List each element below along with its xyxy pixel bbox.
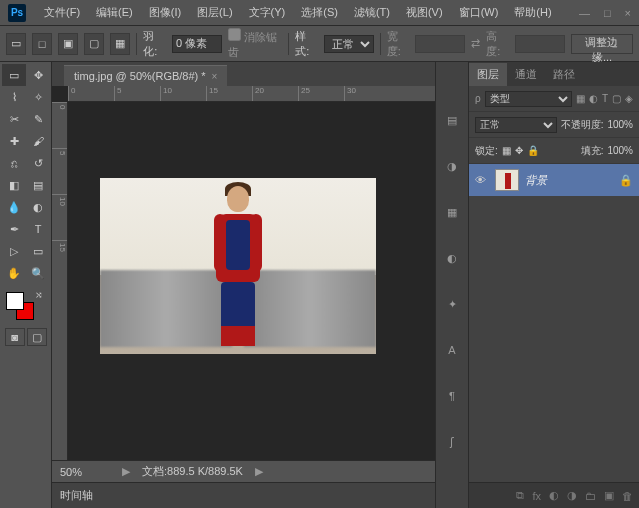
swatches-panel-icon[interactable]: ▦ — [440, 200, 464, 224]
lock-label: 锁定: — [475, 144, 498, 158]
lock-pixels-icon[interactable]: ▦ — [502, 145, 511, 156]
filter-type-icon[interactable]: T — [602, 93, 608, 104]
opacity-value[interactable]: 100% — [607, 119, 633, 130]
gradient-tool[interactable]: ▤ — [26, 174, 50, 196]
canvas[interactable] — [100, 178, 376, 354]
visibility-toggle-icon[interactable]: 👁 — [475, 174, 489, 186]
menu-window[interactable]: 窗口(W) — [451, 5, 507, 20]
options-bar: ▭ □ ▣ ▢ ▦ 羽化: 消除锯齿 样式: 正常 宽度: ⇄ 高度: 调整边缘… — [0, 26, 639, 62]
healing-tool[interactable]: ✚ — [2, 130, 26, 152]
menu-image[interactable]: 图像(I) — [141, 5, 189, 20]
document-tab[interactable]: timg.jpg @ 50%(RGB/8#) * × — [64, 65, 227, 86]
character-panel-icon[interactable]: A — [440, 338, 464, 362]
brush-panel-icon[interactable]: ʃ — [440, 430, 464, 454]
zoom-level[interactable]: 50% — [60, 466, 110, 478]
layer-style-icon[interactable]: fx — [532, 490, 541, 502]
app-logo: Ps — [8, 4, 26, 22]
menu-edit[interactable]: 编辑(E) — [88, 5, 141, 20]
path-select-tool[interactable]: ▷ — [2, 240, 26, 262]
feather-input[interactable] — [172, 35, 222, 53]
link-layers-icon[interactable]: ⧉ — [516, 489, 524, 502]
canvas-viewport[interactable]: 051015202530 051015 — [52, 86, 435, 460]
collapsed-dock: ▤ ◑ ▦ ◐ ✦ A ¶ ʃ — [435, 62, 469, 508]
menu-filter[interactable]: 滤镜(T) — [346, 5, 398, 20]
lock-position-icon[interactable]: ✥ — [515, 145, 523, 156]
dodge-tool[interactable]: ◐ — [26, 196, 50, 218]
ruler-horizontal: 051015202530 — [68, 86, 435, 102]
minimize-button[interactable]: — — [579, 7, 590, 19]
quickmask-button[interactable]: ◙ — [5, 328, 25, 346]
zoom-tool[interactable]: 🔍 — [26, 262, 50, 284]
move-tool[interactable]: ✥ — [26, 64, 50, 86]
filter-adjust-icon[interactable]: ◐ — [589, 93, 598, 104]
new-layer-icon[interactable]: ▣ — [604, 489, 614, 502]
marquee-tool[interactable]: ▭ — [2, 64, 26, 86]
subtract-selection-icon[interactable]: ▢ — [84, 33, 104, 55]
adjustment-layer-icon[interactable]: ◑ — [567, 489, 577, 502]
hand-tool[interactable]: ✋ — [2, 262, 26, 284]
blur-tool[interactable]: 💧 — [2, 196, 26, 218]
filter-smart-icon[interactable]: ◈ — [625, 93, 633, 104]
lock-all-icon[interactable]: 🔒 — [527, 145, 539, 156]
eyedropper-tool[interactable]: ✎ — [26, 108, 50, 130]
foreground-color[interactable] — [6, 292, 24, 310]
tab-paths[interactable]: 路径 — [545, 63, 583, 86]
marquee-preset-icon[interactable]: ▭ — [6, 33, 26, 55]
type-tool[interactable]: T — [26, 218, 50, 240]
refine-edge-button[interactable]: 调整边缘... — [571, 34, 633, 54]
delete-layer-icon[interactable]: 🗑 — [622, 490, 633, 502]
screenmode-button[interactable]: ▢ — [27, 328, 47, 346]
separator — [288, 33, 289, 55]
history-brush-tool[interactable]: ↺ — [26, 152, 50, 174]
stamp-tool[interactable]: ⎌ — [2, 152, 26, 174]
menu-layer[interactable]: 图层(L) — [189, 5, 240, 20]
opacity-label: 不透明度: — [561, 118, 604, 132]
fill-value[interactable]: 100% — [607, 145, 633, 156]
blend-mode-select[interactable]: 正常 — [475, 117, 557, 133]
tab-close-icon[interactable]: × — [212, 71, 218, 82]
menu-type[interactable]: 文字(Y) — [241, 5, 294, 20]
eraser-tool[interactable]: ◧ — [2, 174, 26, 196]
history-panel-icon[interactable]: ▤ — [440, 108, 464, 132]
maximize-button[interactable]: □ — [604, 7, 611, 19]
layer-row[interactable]: 👁 背景 🔒 — [469, 164, 639, 196]
document-info[interactable]: 文档:889.5 K/889.5K — [142, 464, 243, 479]
fill-label: 填充: — [581, 144, 604, 158]
brush-tool[interactable]: 🖌 — [26, 130, 50, 152]
layer-mask-icon[interactable]: ◐ — [549, 489, 559, 502]
timeline-panel[interactable]: 时间轴 — [52, 482, 435, 508]
magic-wand-tool[interactable]: ✧ — [26, 86, 50, 108]
layer-thumbnail[interactable] — [495, 169, 519, 191]
color-panel-icon[interactable]: ◑ — [440, 154, 464, 178]
layer-list: 👁 背景 🔒 — [469, 164, 639, 482]
layer-filter-row: ρ 类型 ▦ ◐ T ▢ ◈ — [469, 86, 639, 112]
layer-name[interactable]: 背景 — [525, 173, 547, 188]
lasso-tool[interactable]: ⌇ — [2, 86, 26, 108]
menu-help[interactable]: 帮助(H) — [506, 5, 559, 20]
filter-kind-select[interactable]: 类型 — [485, 91, 572, 107]
style-select[interactable]: 正常 — [324, 35, 374, 53]
close-button[interactable]: × — [625, 7, 631, 19]
swap-colors-icon[interactable]: ⤭ — [35, 290, 43, 300]
titlebar: Ps 文件(F) 编辑(E) 图像(I) 图层(L) 文字(Y) 选择(S) 滤… — [0, 0, 639, 26]
filter-shape-icon[interactable]: ▢ — [612, 93, 621, 104]
add-selection-icon[interactable]: ▣ — [58, 33, 78, 55]
adjustments-panel-icon[interactable]: ◐ — [440, 246, 464, 270]
shape-tool[interactable]: ▭ — [26, 240, 50, 262]
tab-layers[interactable]: 图层 — [469, 63, 507, 86]
paragraph-panel-icon[interactable]: ¶ — [440, 384, 464, 408]
status-play-icon[interactable]: ▶ — [122, 465, 130, 478]
menu-file[interactable]: 文件(F) — [36, 5, 88, 20]
filter-pixel-icon[interactable]: ▦ — [576, 93, 585, 104]
status-arrow-icon[interactable]: ▶ — [255, 465, 263, 478]
styles-panel-icon[interactable]: ✦ — [440, 292, 464, 316]
intersect-selection-icon[interactable]: ▦ — [110, 33, 130, 55]
new-selection-icon[interactable]: □ — [32, 33, 52, 55]
crop-tool[interactable]: ✂ — [2, 108, 26, 130]
pen-tool[interactable]: ✒ — [2, 218, 26, 240]
menu-view[interactable]: 视图(V) — [398, 5, 451, 20]
new-group-icon[interactable]: 🗀 — [585, 490, 596, 502]
tab-channels[interactable]: 通道 — [507, 63, 545, 86]
feather-label: 羽化: — [143, 29, 166, 59]
menu-select[interactable]: 选择(S) — [293, 5, 346, 20]
